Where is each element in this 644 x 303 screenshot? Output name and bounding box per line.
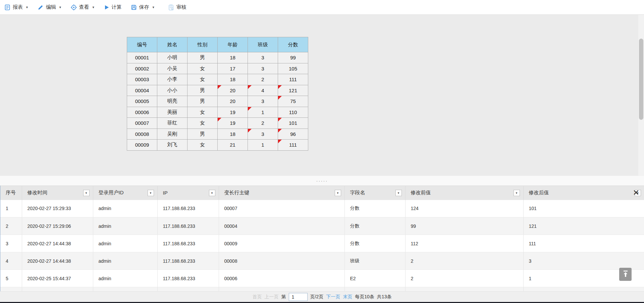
sheet-cell[interactable]: 男: [187, 52, 218, 63]
sheet-cell[interactable]: 00002: [127, 63, 157, 74]
log-cell: 00004: [219, 217, 344, 235]
sheet-cell[interactable]: 女: [187, 118, 218, 129]
log-cell: admin: [93, 217, 157, 235]
column-filter-dropdown[interactable]: ▼: [148, 190, 154, 196]
sheet-cell[interactable]: 00001: [127, 52, 157, 63]
sheet-cell[interactable]: 3: [248, 52, 278, 63]
sheet-cell[interactable]: 男: [187, 96, 218, 107]
sheet-cell[interactable]: 99: [278, 52, 308, 63]
app-window: 报表 ▼ 编辑 ▼ 查看: [0, 0, 644, 303]
sheet-cell-modified[interactable]: 20: [218, 85, 248, 96]
sheet-cell[interactable]: 女: [187, 74, 218, 85]
sheet-cell[interactable]: 21: [218, 140, 248, 151]
sheet-cell-modified[interactable]: 4: [248, 85, 278, 96]
sheet-cell[interactable]: 美丽: [157, 107, 187, 118]
pagination-last[interactable]: 末页: [343, 294, 352, 300]
vertical-scrollbar[interactable]: [638, 15, 644, 186]
pagination-next[interactable]: 下一页: [326, 294, 340, 300]
log-cell: 2: [523, 287, 644, 292]
sheet-row: 00003小李女182111: [127, 74, 308, 85]
sheet-cell[interactable]: 2: [248, 74, 278, 85]
column-filter-dropdown[interactable]: ▼: [514, 190, 520, 196]
log-column-label: 字段名: [350, 190, 365, 195]
student-sheet: 编号姓名性别年龄班级分数 00001小明男1839900002小吴女173105…: [127, 37, 308, 151]
close-icon[interactable]: ✕: [633, 188, 639, 197]
sheet-cell[interactable]: 2: [248, 118, 278, 129]
sheet-cell[interactable]: 女: [187, 107, 218, 118]
panel-splitter[interactable]: ·····: [0, 176, 644, 186]
sheet-cell[interactable]: 111: [278, 74, 308, 85]
sheet-cell[interactable]: 18: [218, 52, 248, 63]
sheet-cell[interactable]: 105: [278, 63, 308, 74]
sheet-cell[interactable]: 小小: [157, 85, 187, 96]
sheet-cell[interactable]: 女: [187, 63, 218, 74]
sheet-cell[interactable]: 3: [248, 96, 278, 107]
sheet-cell[interactable]: 00007: [127, 118, 157, 129]
sheet-cell-modified[interactable]: 19: [218, 118, 248, 129]
log-row: 12020-02-27 15:29:33admin117.188.68.2330…: [0, 200, 644, 217]
sheet-cell[interactable]: 3: [248, 63, 278, 74]
sheet-cell[interactable]: 00003: [127, 74, 157, 85]
sheet-cell[interactable]: 小明: [157, 52, 187, 63]
audit-button[interactable]: 审核: [168, 4, 186, 11]
column-filter-dropdown[interactable]: ▼: [209, 190, 215, 196]
sheet-cell[interactable]: 17: [218, 63, 248, 74]
sheet-cell[interactable]: 110: [278, 107, 308, 118]
sheet-cell-modified[interactable]: 96: [278, 129, 308, 140]
sheet-cell-modified[interactable]: 111: [278, 140, 308, 151]
column-filter-dropdown[interactable]: ▼: [335, 190, 341, 196]
sheet-cell[interactable]: 20: [218, 96, 248, 107]
sheet-cell[interactable]: 男: [187, 129, 218, 140]
log-column-header: 序号: [0, 186, 22, 200]
sheet-cell[interactable]: 00008: [127, 129, 157, 140]
sheet-cell[interactable]: 00006: [127, 107, 157, 118]
edit-menu-button[interactable]: 编辑 ▼: [37, 4, 62, 11]
sheet-cell-modified[interactable]: 101: [278, 118, 308, 129]
log-column-header: 登录用户ID▼: [93, 186, 157, 200]
sheet-cell[interactable]: 明亮: [157, 96, 187, 107]
sheet-cell[interactable]: 00009: [127, 140, 157, 151]
view-menu-button[interactable]: 查看 ▼: [70, 4, 95, 11]
calculate-button[interactable]: 计算: [104, 4, 122, 10]
log-cell: 分数: [344, 217, 405, 235]
sheet-cell[interactable]: 吴刚: [157, 129, 187, 140]
log-cell: 2020-02-25 15:44:14: [22, 287, 93, 292]
sheet-cell[interactable]: 刘飞: [157, 140, 187, 151]
sheet-cell-modified[interactable]: 3: [248, 129, 278, 140]
sheet-cell[interactable]: 小吴: [157, 63, 187, 74]
scrollbar-thumb[interactable]: [639, 39, 643, 120]
sheet-cell-modified[interactable]: 1: [248, 107, 278, 118]
sheet-cell[interactable]: 00005: [127, 96, 157, 107]
column-filter-dropdown[interactable]: ▼: [83, 190, 90, 196]
log-cell: 1: [405, 287, 523, 292]
back-to-top-button[interactable]: [619, 268, 632, 281]
sheet-cell[interactable]: 1: [248, 140, 278, 151]
log-cell: 分数: [344, 200, 405, 217]
sheet-cell[interactable]: 18: [218, 74, 248, 85]
sheet-cell[interactable]: 菲红: [157, 118, 187, 129]
pagination-first[interactable]: 首页: [253, 294, 262, 300]
page-number-input[interactable]: [289, 293, 308, 301]
log-cell: 5: [0, 270, 22, 287]
column-filter-dropdown[interactable]: ▼: [395, 190, 402, 196]
save-menu-button[interactable]: 保存 ▼: [130, 4, 155, 11]
calculate-label: 计算: [112, 4, 122, 10]
sheet-cell-modified[interactable]: 121: [278, 85, 308, 96]
sheet-cell[interactable]: 19: [218, 107, 248, 118]
sheet-cell[interactable]: 小李: [157, 74, 187, 85]
sheet-cell[interactable]: 00004: [127, 85, 157, 96]
log-column-label: 变长行主键: [224, 190, 250, 195]
report-menu-button[interactable]: 报表 ▼: [4, 4, 29, 11]
sheet-cell[interactable]: 男: [187, 85, 218, 96]
log-column-label: 序号: [6, 190, 16, 195]
pagination-prev[interactable]: 上一页: [265, 294, 279, 300]
sheet-column-header: 性别: [187, 37, 218, 52]
sheet-cell[interactable]: 女: [187, 140, 218, 151]
sheet-cell-modified[interactable]: 75: [278, 96, 308, 107]
log-cell: admin: [93, 270, 157, 287]
log-header-row: 序号修改时间▼登录用户ID▼IP▼变长行主键▼字段名▼修改前值▼修改后值▼: [0, 186, 644, 200]
sheet-cell[interactable]: 18: [218, 129, 248, 140]
log-cell: 2: [0, 217, 22, 235]
log-cell: 3: [523, 252, 644, 270]
sheet-header-row: 编号姓名性别年龄班级分数: [127, 37, 308, 52]
